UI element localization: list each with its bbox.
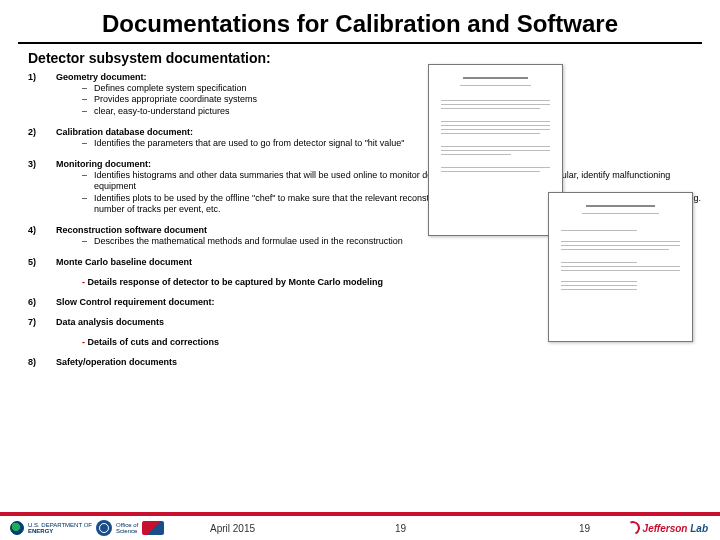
footer-date: April 2015 [210,523,255,534]
jlab-swoosh-icon [624,519,642,537]
thumbnail-2 [548,192,693,342]
page-number: 19 [395,523,406,534]
item-title: Monte Carlo baseline document [56,257,192,267]
footer: U.S. DEPARTMENT OF ENERGY Office of Scie… [0,512,720,540]
item-title: Safety/operation documents [56,357,177,367]
item-number: 3) [28,159,56,215]
item-number: 5) [28,257,56,267]
item-title: Reconstruction software document [56,225,207,235]
page-number: 19 [579,523,590,534]
document-thumbnails [428,64,698,344]
item-title: Data analysis documents [56,317,164,327]
item-number: 2) [28,127,56,149]
item-title: Calibration database document: [56,127,193,137]
doe-text: U.S. DEPARTMENT OF ENERGY [28,522,92,534]
jsa-logo-icon [142,521,164,535]
item-number: 7) [28,317,56,327]
item-number: 4) [28,225,56,247]
title-rule [18,42,702,44]
footer-logos-left: U.S. DEPARTMENT OF ENERGY Office of Scie… [10,520,164,536]
slide-title: Documentations for Calibration and Softw… [0,0,720,42]
item-title: Slow Control requirement document: [56,297,215,307]
list-item: 8) Safety/operation documents [28,357,702,367]
office-science-text: Office of Science [116,522,138,534]
doe-seal-icon [10,521,24,535]
item-number: 8) [28,357,56,367]
thumbnail-1 [428,64,563,236]
item-title: Monitoring document: [56,159,151,169]
office-science-icon [96,520,112,536]
jlab-logo: Jefferson Lab [626,521,708,535]
item-title: Geometry document: [56,72,147,82]
item-number: 6) [28,297,56,307]
item-number: 1) [28,72,56,117]
